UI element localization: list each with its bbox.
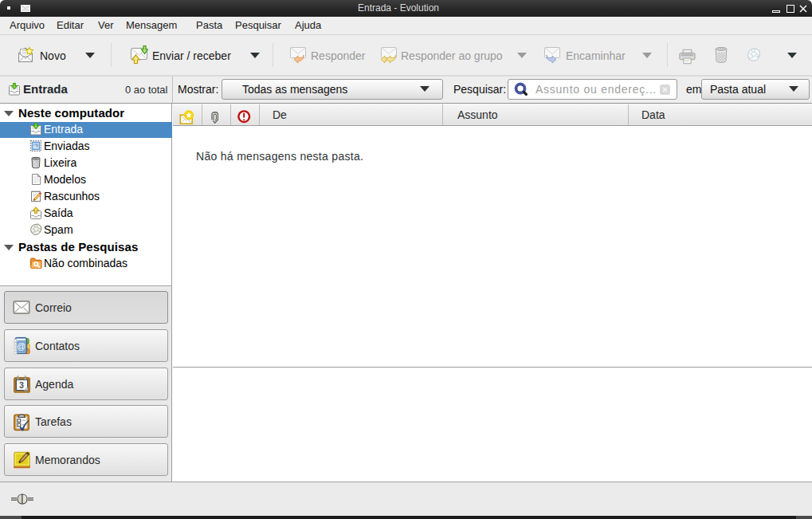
- svg-text:3: 3: [19, 381, 24, 390]
- svg-text:@: @: [17, 341, 25, 351]
